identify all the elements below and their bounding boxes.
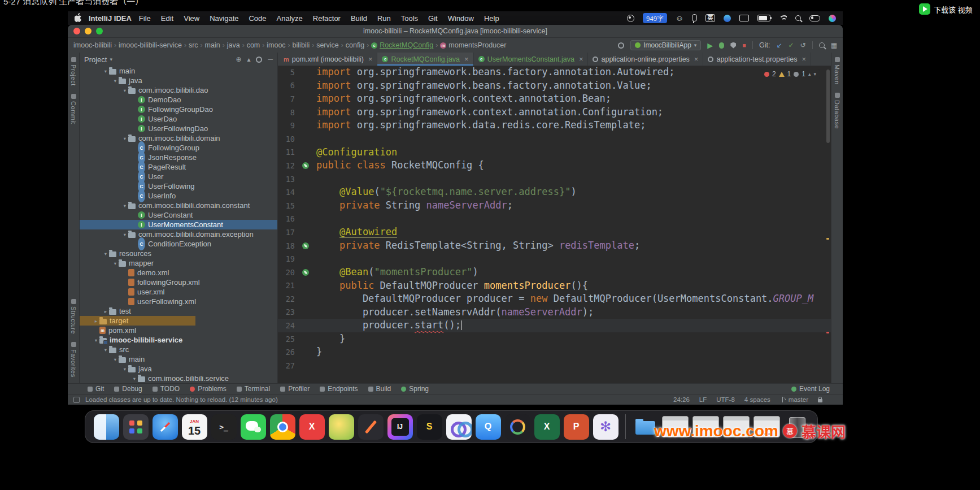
tree-item-userfollowing.xml[interactable]: userFollowing.xml bbox=[80, 297, 277, 306]
locate-icon[interactable]: ⊕ bbox=[236, 56, 241, 63]
breadcrumb-imooc-bilibili[interactable]: imooc-bilibili bbox=[73, 41, 112, 49]
pencil-app-icon[interactable] bbox=[358, 414, 384, 440]
tool-stripe-database[interactable]: Database bbox=[834, 93, 840, 129]
tree-toggle-arrow[interactable]: ▾ bbox=[121, 88, 128, 93]
status-4-spaces[interactable]: 4 spaces bbox=[744, 396, 770, 403]
code-line[interactable]: 18 private RedisTemplate<String, String>… bbox=[278, 239, 831, 253]
tree-toggle-arrow[interactable]: ▾ bbox=[121, 203, 128, 209]
status-lf[interactable]: LF bbox=[699, 396, 707, 403]
tree-toggle-arrow[interactable]: ▾ bbox=[112, 78, 119, 84]
code-line[interactable]: 25 } bbox=[278, 332, 831, 346]
code-line[interactable]: 27 bbox=[278, 359, 831, 372]
tree-item-userdao[interactable]: IUserDao bbox=[80, 114, 277, 124]
collapse-all-icon[interactable]: ▴ bbox=[247, 56, 250, 63]
chrome-icon[interactable] bbox=[270, 414, 295, 440]
menu-navigate[interactable]: Navigate bbox=[204, 14, 243, 23]
tree-item-com.imooc.bilibili.dao[interactable]: ▾com.imooc.bilibili.dao bbox=[80, 85, 277, 95]
tree-item-main[interactable]: ▾main bbox=[80, 354, 277, 364]
breadcrumb-momentsproducer[interactable]: mmomentsProducer bbox=[440, 41, 506, 49]
next-issue-icon[interactable]: ▾ bbox=[813, 71, 816, 77]
tree-item-followinggroupdao[interactable]: IFollowingGroupDao bbox=[80, 105, 277, 114]
tree-item-main[interactable]: ▾main bbox=[80, 66, 277, 76]
tree-item-java[interactable]: ▾java bbox=[80, 364, 277, 374]
menu-run[interactable]: Run bbox=[372, 14, 396, 23]
tool-button-git[interactable]: Git bbox=[82, 385, 109, 393]
coverage-button[interactable] bbox=[730, 42, 736, 49]
tool-stripe-commit[interactable]: Commit bbox=[70, 94, 77, 124]
tree-item-src[interactable]: ▾src bbox=[80, 345, 277, 354]
tree-item-user[interactable]: CUser bbox=[80, 172, 277, 181]
code-line[interactable]: 22 DefaultMQProducer producer = new Defa… bbox=[278, 292, 831, 306]
tool-button-build[interactable]: Build bbox=[363, 385, 397, 393]
tree-item-pom.xml[interactable]: mpom.xml bbox=[80, 326, 277, 335]
tree-toggle-arrow[interactable]: ▸ bbox=[102, 309, 109, 314]
code-line[interactable]: 21 public DefaultMQProducer momentsProdu… bbox=[278, 279, 831, 293]
input-language[interactable]: 英 bbox=[705, 14, 715, 22]
tool-stripe-project[interactable]: Project bbox=[70, 57, 77, 86]
settings-icon[interactable] bbox=[256, 57, 262, 63]
tree-toggle-arrow[interactable]: ▾ bbox=[102, 347, 109, 353]
wifi-icon[interactable] bbox=[779, 15, 787, 21]
powerpoint-icon[interactable]: P bbox=[564, 414, 589, 440]
code-line[interactable]: 14 @Value("${rocketmq.name.server.addres… bbox=[278, 185, 831, 199]
spring-bean-gutter-icon[interactable] bbox=[302, 162, 309, 169]
s-letter-app-icon[interactable]: S bbox=[417, 414, 442, 440]
active-app-name[interactable]: IntelliJ IDEA bbox=[89, 14, 132, 23]
code-line[interactable]: 17 @Autowired bbox=[278, 226, 831, 239]
layout-button[interactable]: ▦ bbox=[831, 42, 837, 49]
status-master[interactable]: master bbox=[780, 396, 808, 403]
close-window-button[interactable] bbox=[73, 28, 80, 34]
tree-item-followinggroup[interactable]: CFollowingGroup bbox=[80, 143, 277, 153]
tree-item-imooc-bilibili-service[interactable]: ▾imooc-bilibili-service bbox=[80, 335, 277, 345]
calendar-icon[interactable]: JAN15 bbox=[182, 414, 207, 440]
zoom-window-button[interactable] bbox=[96, 28, 103, 34]
tab-pom.xml-imooc-bilibili[interactable]: mpom.xml (imooc-bilibili)× bbox=[279, 53, 377, 66]
code-line[interactable]: 11@Configuration bbox=[278, 146, 831, 159]
status-utf-8[interactable]: UTF-8 bbox=[716, 396, 735, 403]
prev-issue-icon[interactable]: ▴ bbox=[808, 71, 811, 77]
breadcrumb-java[interactable]: java bbox=[227, 41, 240, 49]
menu-refactor[interactable]: Refactor bbox=[308, 14, 346, 23]
tool-button-endpoints[interactable]: Endpoints bbox=[315, 385, 363, 393]
tree-item-userinfo[interactable]: CUserInfo bbox=[80, 191, 277, 201]
tree-item-demodao[interactable]: IDemoDao bbox=[80, 95, 277, 105]
project-view-dropdown-icon[interactable]: ▾ bbox=[110, 57, 112, 62]
tree-item-jsonresponse[interactable]: CJsonResponse bbox=[80, 153, 277, 162]
terminal-icon[interactable]: >_ bbox=[211, 414, 237, 440]
close-tab-icon[interactable]: × bbox=[694, 55, 699, 63]
code-line[interactable]: 24 producer.start(); bbox=[278, 319, 831, 332]
breadcrumb-imooc-bilibili-service[interactable]: imooc-bilibili-service bbox=[119, 41, 182, 49]
spring-bean-gutter-icon[interactable] bbox=[302, 269, 309, 276]
breadcrumb-bilibili[interactable]: bilibili bbox=[293, 41, 310, 49]
tool-button-event-log[interactable]: Event Log bbox=[786, 385, 835, 393]
editor-scrollbar[interactable] bbox=[825, 67, 830, 381]
wechat-icon[interactable] bbox=[241, 414, 266, 440]
siri-icon[interactable] bbox=[829, 15, 836, 22]
tree-toggle-arrow[interactable]: ▾ bbox=[131, 376, 138, 381]
run-configuration-select[interactable]: ImoocBilibiliApp▾ bbox=[630, 40, 701, 50]
git-update-button[interactable]: ↙ bbox=[776, 42, 782, 49]
tree-item-userconstant[interactable]: IUserConstant bbox=[80, 210, 277, 220]
menu-file[interactable]: File bbox=[134, 14, 156, 23]
code-line[interactable]: 19 bbox=[278, 252, 831, 266]
tree-item-resources[interactable]: ▾resources bbox=[80, 249, 277, 258]
code-line[interactable]: 20 @Bean("momentsProducer") bbox=[278, 266, 831, 279]
tool-button-profiler[interactable]: Profiler bbox=[275, 385, 315, 393]
tool-stripe-favorites[interactable]: Favorites bbox=[70, 342, 77, 378]
menu-window[interactable]: Window bbox=[443, 14, 479, 23]
menu-tools[interactable]: Tools bbox=[396, 14, 423, 23]
yellow-swirl-app-icon[interactable] bbox=[329, 414, 354, 440]
red-x-app-icon[interactable]: X bbox=[299, 414, 325, 440]
launchpad-icon[interactable] bbox=[123, 414, 149, 440]
code-line[interactable]: 9import org.springframework.data.redis.c… bbox=[278, 119, 831, 132]
tree-toggle-arrow[interactable]: ▾ bbox=[112, 357, 119, 362]
code-line[interactable]: 23 producer.setNamesrvAddr(nameServerAdd… bbox=[278, 306, 831, 319]
tree-toggle-arrow[interactable]: ▾ bbox=[102, 68, 109, 74]
tree-item-userfollowing[interactable]: CUserFollowing bbox=[80, 181, 277, 191]
q-app-icon[interactable]: Q bbox=[476, 414, 501, 440]
menu-help[interactable]: Help bbox=[479, 14, 504, 23]
keyboard-icon[interactable] bbox=[739, 15, 749, 21]
tree-item-mapper[interactable]: ▾mapper bbox=[80, 258, 277, 268]
code-line[interactable]: 8import org.springframework.context.anno… bbox=[278, 106, 831, 119]
git-rollback-button[interactable]: ↺ bbox=[800, 42, 806, 49]
